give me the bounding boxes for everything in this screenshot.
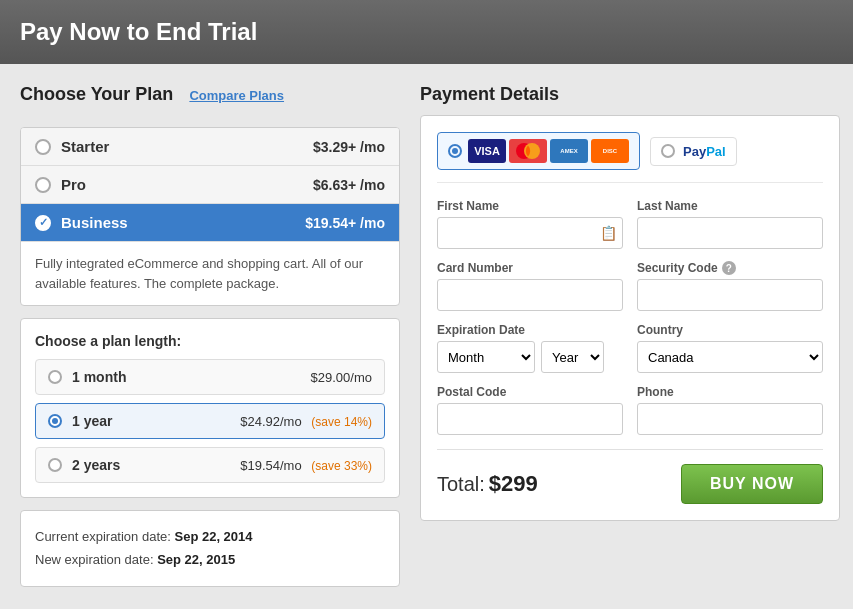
length-name-1month: 1 month — [72, 369, 311, 385]
current-expiry-row: Current expiration date: Sep 22, 2014 — [35, 525, 385, 548]
plan-length-section: Choose a plan length: 1 month $29.00/mo … — [20, 318, 400, 498]
phone-input[interactable] — [637, 403, 823, 435]
save-badge-1year: (save 14%) — [311, 415, 372, 429]
visa-icon: VISA — [468, 139, 506, 163]
length-option-2years[interactable]: 2 years $19.54/mo (save 33%) — [35, 447, 385, 483]
plan-radio-business — [35, 215, 51, 231]
expiry-card: Current expiration date: Sep 22, 2014 Ne… — [20, 510, 400, 587]
plan-name-starter: Starter — [61, 138, 313, 155]
card-row: Card Number Security Code ? — [437, 261, 823, 311]
expiration-selects: Month JanuaryFebruaryMarch AprilMayJune … — [437, 341, 623, 373]
postal-code-group: Postal Code — [437, 385, 623, 435]
amex-icon: AMEX — [550, 139, 588, 163]
length-price-1year: $24.92/mo (save 14%) — [240, 414, 372, 429]
first-name-label: First Name — [437, 199, 623, 213]
expiration-country-row: Expiration Date Month JanuaryFebruaryMar… — [437, 323, 823, 373]
compare-plans-link[interactable]: Compare Plans — [189, 88, 284, 103]
phone-label: Phone — [637, 385, 823, 399]
length-option-1month[interactable]: 1 month $29.00/mo — [35, 359, 385, 395]
cc-radio — [448, 144, 462, 158]
length-name-1year: 1 year — [72, 413, 240, 429]
left-panel: Choose Your Plan Compare Plans Starter $… — [20, 84, 400, 587]
postal-code-label: Postal Code — [437, 385, 623, 399]
first-name-input[interactable] — [437, 217, 623, 249]
total-label: Total: — [437, 473, 485, 495]
new-expiry-label: New expiration date: — [35, 552, 154, 567]
length-price-2years: $19.54/mo (save 33%) — [240, 458, 372, 473]
country-select[interactable]: Canada United States United Kingdom Aust… — [637, 341, 823, 373]
length-price-1month: $29.00/mo — [311, 370, 372, 385]
card-number-label: Card Number — [437, 261, 623, 275]
plan-price-starter: $3.29+ /mo — [313, 139, 385, 155]
security-code-input[interactable] — [637, 279, 823, 311]
expiration-label: Expiration Date — [437, 323, 623, 337]
year-select[interactable]: Year 201420152016 201720182019 2020 — [541, 341, 604, 373]
page-title: Pay Now to End Trial — [20, 18, 833, 46]
postal-code-input[interactable] — [437, 403, 623, 435]
phone-group: Phone — [637, 385, 823, 435]
plan-name-pro: Pro — [61, 176, 313, 193]
total-display: Total: $299 — [437, 471, 538, 497]
expiration-group: Expiration Date Month JanuaryFebruaryMar… — [437, 323, 623, 373]
payment-details-title: Payment Details — [420, 84, 559, 105]
length-radio-1year — [48, 414, 62, 428]
new-expiry-date: Sep 22, 2015 — [157, 552, 235, 567]
page-content: Choose Your Plan Compare Plans Starter $… — [0, 64, 853, 607]
cc-payment-option[interactable]: VISA AMEX DISC — [437, 132, 640, 170]
last-name-input[interactable] — [637, 217, 823, 249]
plan-option-pro[interactable]: Pro $6.63+ /mo — [21, 166, 399, 204]
right-panel: Payment Details VISA — [420, 84, 840, 587]
plan-price-business: $19.54+ /mo — [305, 215, 385, 231]
first-name-input-wrapper: 📋 — [437, 217, 623, 249]
plan-radio-pro — [35, 177, 51, 193]
postal-phone-row: Postal Code Phone — [437, 385, 823, 435]
payment-card: VISA AMEX DISC — [420, 115, 840, 521]
plan-selection-card: Starter $3.29+ /mo Pro $6.63+ /mo Busine… — [20, 127, 400, 306]
country-group: Country Canada United States United King… — [637, 323, 823, 373]
first-name-group: First Name 📋 — [437, 199, 623, 249]
length-option-1year[interactable]: 1 year $24.92/mo (save 14%) — [35, 403, 385, 439]
current-expiry-date: Sep 22, 2014 — [174, 529, 252, 544]
month-select[interactable]: Month JanuaryFebruaryMarch AprilMayJune … — [437, 341, 535, 373]
last-name-label: Last Name — [637, 199, 823, 213]
card-number-input[interactable] — [437, 279, 623, 311]
plan-description-business: Fully integrated eCommerce and shopping … — [21, 242, 399, 305]
length-radio-2years — [48, 458, 62, 472]
total-row: Total: $299 BUY NOW — [437, 449, 823, 504]
total-amount: $299 — [489, 471, 538, 496]
save-badge-2years: (save 33%) — [311, 459, 372, 473]
security-code-group: Security Code ? — [637, 261, 823, 311]
security-help-icon[interactable]: ? — [722, 261, 736, 275]
buy-now-button[interactable]: BUY NOW — [681, 464, 823, 504]
payment-details-header: Payment Details — [420, 84, 840, 105]
paypal-radio — [661, 144, 675, 158]
page-header: Pay Now to End Trial — [0, 0, 853, 64]
last-name-group: Last Name — [637, 199, 823, 249]
current-expiry-label: Current expiration date: — [35, 529, 171, 544]
plan-radio-starter — [35, 139, 51, 155]
plan-option-starter[interactable]: Starter $3.29+ /mo — [21, 128, 399, 166]
paypal-payment-option[interactable]: PayPal — [650, 137, 737, 166]
security-code-label: Security Code ? — [637, 261, 823, 275]
plan-price-pro: $6.63+ /mo — [313, 177, 385, 193]
name-row: First Name 📋 Last Name — [437, 199, 823, 249]
mastercard-icon — [509, 139, 547, 163]
paypal-label: PayPal — [683, 144, 726, 159]
card-icons-group: VISA AMEX DISC — [468, 139, 629, 163]
plan-length-title: Choose a plan length: — [35, 333, 385, 349]
card-number-group: Card Number — [437, 261, 623, 311]
new-expiry-row: New expiration date: Sep 22, 2015 — [35, 548, 385, 571]
length-radio-1month — [48, 370, 62, 384]
country-label: Country — [637, 323, 823, 337]
choose-plan-title: Choose Your Plan — [20, 84, 173, 105]
plan-option-business[interactable]: Business $19.54+ /mo — [21, 204, 399, 242]
plan-name-business: Business — [61, 214, 305, 231]
choose-plan-header: Choose Your Plan Compare Plans — [20, 84, 400, 105]
length-name-2years: 2 years — [72, 457, 240, 473]
discover-icon: DISC — [591, 139, 629, 163]
payment-method-row: VISA AMEX DISC — [437, 132, 823, 183]
